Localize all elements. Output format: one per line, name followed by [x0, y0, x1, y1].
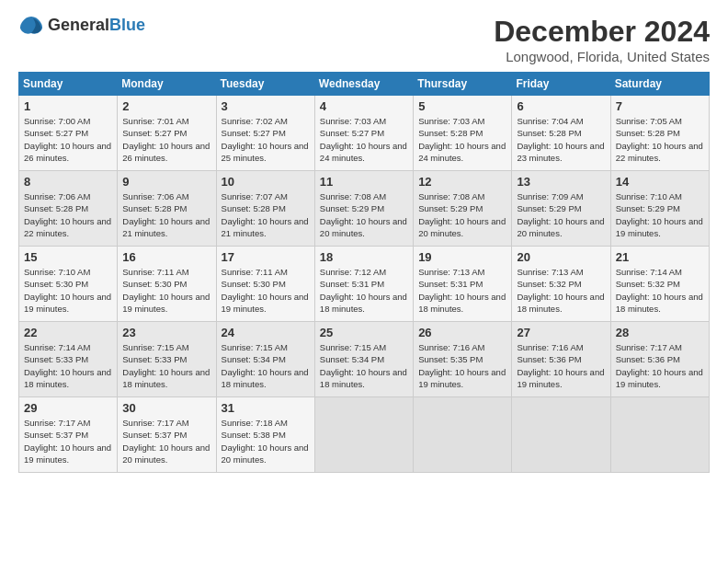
- sunrise-text: Sunrise: 7:14 AM: [616, 267, 682, 277]
- table-row: 9 Sunrise: 7:06 AM Sunset: 5:28 PM Dayli…: [118, 171, 216, 247]
- sunset-text: Sunset: 5:36 PM: [616, 354, 680, 364]
- logo: GeneralBlue: [18, 15, 145, 35]
- logo-text: GeneralBlue: [48, 16, 145, 35]
- day-number: 10: [222, 175, 311, 189]
- sunset-text: Sunset: 5:27 PM: [24, 128, 88, 138]
- day-number: 28: [616, 326, 705, 339]
- sunrise-text: Sunrise: 7:08 AM: [418, 191, 484, 201]
- table-row: 12 Sunrise: 7:08 AM Sunset: 5:29 PM Dayl…: [414, 171, 512, 247]
- sunset-text: Sunset: 5:28 PM: [517, 128, 581, 138]
- daylight-text: Daylight: 10 hours and 19 minutes.: [418, 367, 506, 389]
- sunset-text: Sunset: 5:28 PM: [122, 203, 187, 213]
- sunrise-text: Sunrise: 7:07 AM: [222, 191, 288, 201]
- calendar-week-row: 15 Sunrise: 7:10 AM Sunset: 5:30 PM Dayl…: [19, 247, 710, 322]
- sunrise-text: Sunrise: 7:12 AM: [320, 267, 386, 277]
- daylight-text: Daylight: 10 hours and 18 minutes.: [418, 292, 506, 314]
- sunrise-text: Sunrise: 7:01 AM: [122, 116, 188, 126]
- daylight-text: Daylight: 10 hours and 19 minutes.: [517, 367, 604, 389]
- sunrise-text: Sunrise: 7:13 AM: [418, 267, 484, 277]
- sunset-text: Sunset: 5:34 PM: [320, 354, 384, 364]
- table-row: 23 Sunrise: 7:15 AM Sunset: 5:33 PM Dayl…: [118, 322, 216, 397]
- daylight-text: Daylight: 10 hours and 20 minutes.: [418, 216, 506, 238]
- daylight-text: Daylight: 10 hours and 22 minutes.: [616, 141, 703, 163]
- daylight-text: Daylight: 10 hours and 18 minutes.: [222, 367, 309, 389]
- sunrise-text: Sunrise: 7:16 AM: [517, 342, 583, 352]
- daylight-text: Daylight: 10 hours and 26 minutes.: [122, 141, 210, 163]
- day-number: 13: [517, 175, 606, 189]
- day-number: 18: [320, 250, 409, 264]
- sunset-text: Sunset: 5:29 PM: [517, 203, 581, 213]
- sunrise-text: Sunrise: 7:16 AM: [418, 342, 484, 352]
- calendar-week-row: 1 Sunrise: 7:00 AM Sunset: 5:27 PM Dayli…: [19, 96, 710, 171]
- table-row: 29 Sunrise: 7:17 AM Sunset: 5:37 PM Dayl…: [19, 397, 118, 473]
- table-row: [610, 397, 709, 473]
- sunset-text: Sunset: 5:33 PM: [122, 354, 187, 364]
- calendar-week-row: 8 Sunrise: 7:06 AM Sunset: 5:28 PM Dayli…: [19, 171, 710, 247]
- day-number: 11: [320, 175, 409, 189]
- daylight-text: Daylight: 10 hours and 18 minutes.: [122, 367, 210, 389]
- daylight-text: Daylight: 10 hours and 23 minutes.: [517, 141, 604, 163]
- day-number: 20: [517, 250, 606, 264]
- table-row: 20 Sunrise: 7:13 AM Sunset: 5:32 PM Dayl…: [512, 247, 610, 322]
- daylight-text: Daylight: 10 hours and 19 minutes.: [616, 367, 703, 389]
- daylight-text: Daylight: 10 hours and 21 minutes.: [122, 216, 210, 238]
- header: GeneralBlue December 2024 Longwood, Flor…: [18, 15, 710, 64]
- table-row: 1 Sunrise: 7:00 AM Sunset: 5:27 PM Dayli…: [19, 96, 118, 171]
- day-number: 12: [418, 175, 507, 189]
- day-number: 16: [122, 250, 211, 264]
- daylight-text: Daylight: 10 hours and 24 minutes.: [320, 141, 407, 163]
- daylight-text: Daylight: 10 hours and 24 minutes.: [418, 141, 506, 163]
- calendar-week-row: 29 Sunrise: 7:17 AM Sunset: 5:37 PM Dayl…: [19, 397, 710, 473]
- daylight-text: Daylight: 10 hours and 19 minutes.: [122, 292, 210, 314]
- day-number: 23: [122, 326, 211, 339]
- logo-blue: Blue: [109, 16, 145, 34]
- col-tuesday: Tuesday: [216, 73, 314, 96]
- sunset-text: Sunset: 5:28 PM: [222, 203, 286, 213]
- sunset-text: Sunset: 5:27 PM: [122, 128, 187, 138]
- sunrise-text: Sunrise: 7:10 AM: [24, 267, 90, 277]
- day-number: 8: [24, 175, 113, 189]
- sunset-text: Sunset: 5:28 PM: [616, 128, 680, 138]
- sunset-text: Sunset: 5:28 PM: [418, 128, 483, 138]
- table-row: [512, 397, 610, 473]
- sunset-text: Sunset: 5:31 PM: [320, 279, 384, 289]
- sunset-text: Sunset: 5:35 PM: [418, 354, 483, 364]
- sunrise-text: Sunrise: 7:08 AM: [320, 191, 386, 201]
- day-number: 9: [122, 175, 211, 189]
- sunrise-text: Sunrise: 7:09 AM: [517, 191, 583, 201]
- sunset-text: Sunset: 5:30 PM: [122, 279, 187, 289]
- table-row: 22 Sunrise: 7:14 AM Sunset: 5:33 PM Dayl…: [19, 322, 118, 397]
- table-row: [314, 397, 413, 473]
- page-title: December 2024: [494, 15, 710, 49]
- table-row: 30 Sunrise: 7:17 AM Sunset: 5:37 PM Dayl…: [118, 397, 216, 473]
- table-row: 2 Sunrise: 7:01 AM Sunset: 5:27 PM Dayli…: [118, 96, 216, 171]
- sunset-text: Sunset: 5:27 PM: [320, 128, 384, 138]
- col-sunday: Sunday: [19, 73, 118, 96]
- sunrise-text: Sunrise: 7:06 AM: [24, 191, 90, 201]
- sunrise-text: Sunrise: 7:18 AM: [222, 418, 288, 428]
- sunrise-text: Sunrise: 7:11 AM: [222, 267, 288, 277]
- daylight-text: Daylight: 10 hours and 20 minutes.: [517, 216, 604, 238]
- sunset-text: Sunset: 5:31 PM: [418, 279, 483, 289]
- daylight-text: Daylight: 10 hours and 20 minutes.: [320, 216, 407, 238]
- sunset-text: Sunset: 5:29 PM: [418, 203, 483, 213]
- day-number: 25: [320, 326, 409, 339]
- sunrise-text: Sunrise: 7:15 AM: [222, 342, 288, 352]
- col-wednesday: Wednesday: [314, 73, 413, 96]
- calendar-page: GeneralBlue December 2024 Longwood, Flor…: [0, 0, 728, 482]
- daylight-text: Daylight: 10 hours and 18 minutes.: [24, 367, 111, 389]
- sunset-text: Sunset: 5:30 PM: [222, 279, 286, 289]
- daylight-text: Daylight: 10 hours and 20 minutes.: [122, 442, 210, 465]
- sunset-text: Sunset: 5:33 PM: [24, 354, 88, 364]
- col-monday: Monday: [118, 73, 216, 96]
- sunrise-text: Sunrise: 7:10 AM: [616, 191, 682, 201]
- sunset-text: Sunset: 5:29 PM: [320, 203, 384, 213]
- day-number: 5: [418, 99, 507, 113]
- sunset-text: Sunset: 5:27 PM: [222, 128, 286, 138]
- logo-general: General: [48, 16, 109, 34]
- day-number: 2: [122, 99, 211, 113]
- daylight-text: Daylight: 10 hours and 18 minutes.: [320, 367, 407, 389]
- calendar-header-row: Sunday Monday Tuesday Wednesday Thursday…: [19, 73, 710, 96]
- sunrise-text: Sunrise: 7:05 AM: [616, 116, 682, 126]
- day-number: 27: [517, 326, 606, 339]
